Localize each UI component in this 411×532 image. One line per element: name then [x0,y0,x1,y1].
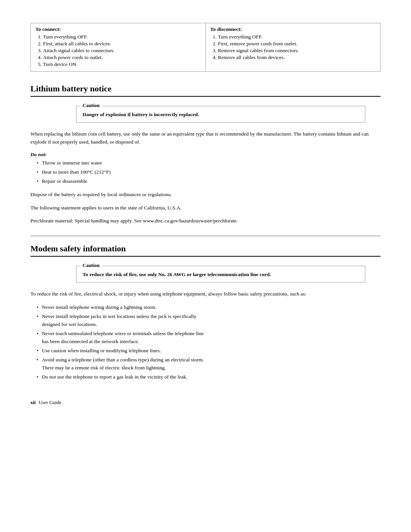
modem-bullet-5: Avoid using a telephone (other than a co… [37,356,381,372]
disconnect-header: To disconnect: [210,26,376,34]
california-para: The following statement applies to users… [30,204,381,212]
connection-table: To connect: Turn everything OFF. First, … [30,23,381,72]
modem-bullet-3: Never touch uninsulated telephone wires … [37,330,381,346]
lithium-body-para: When replacing the lithium coin cell bat… [30,130,381,146]
do-not-item-3: Repair or disassemble [37,177,381,185]
disconnect-item-4: Remove all cables from devices. [218,54,376,61]
lithium-caution-box: Caution Danger of explosion if battery i… [76,106,365,123]
section-divider-modem [30,236,381,236]
do-not-list: Throw or immerse into water Heat to more… [37,159,381,185]
connect-item-1: Turn everything OFF. [43,34,201,40]
modem-bullet-4: Use caution when installing or modifying… [37,347,381,355]
do-not-item-2: Heat to more than 100°C (212°F) [37,168,381,176]
do-not-item-1: Throw or immerse into water [37,159,381,167]
connect-item-2: First, attach all cables to devices. [43,41,201,47]
lithium-caution-text: Danger of explosion if battery is incorr… [83,112,359,118]
connect-item-5: Turn device ON. [43,61,201,67]
disconnect-item-3: Remove signal cables from connectors. [218,48,376,54]
disconnect-item-2: First, remove power cords from outlet. [218,41,376,47]
modem-section-heading: Modem safety information [30,244,381,257]
dispose-para: Dispose of the battery as required by lo… [30,191,381,199]
modem-caution-text: To reduce the risk of fire, use only No.… [83,272,359,278]
modem-bullet-6: Do not use the telephone to report a gas… [37,373,381,381]
modem-bullet-2: Never install telephone jacks in wet loc… [37,313,381,329]
page-footer: xii User Guide [30,399,381,406]
guide-label: User Guide [39,399,62,406]
lithium-caution-label: Caution [80,102,102,109]
connect-header: To connect: [35,26,201,34]
connect-item-3: Attach signal cables to connectors. [43,48,201,54]
modem-intro-para: To reduce the risk of fire, electrical s… [30,290,381,298]
do-not-label: Do not: [30,152,381,158]
connect-item-4: Attach power cords to outlet. [43,54,201,61]
modem-caution-label: Caution [80,262,102,268]
connect-list: Turn everything OFF. First, attach all c… [41,34,201,67]
modem-bullet-1: Never install telephone wiring during a … [37,304,381,312]
lithium-section-heading: Lithium battery notice [30,84,381,97]
modem-caution-box: Caution To reduce the risk of fire, use … [76,266,365,283]
perchlorate-para: Perchlorate material: Special handling m… [30,217,381,225]
disconnect-item-1: Turn everything OFF. [218,34,376,40]
disconnect-list: Turn everything OFF. First, remove power… [217,34,376,61]
page-number: xii [30,399,36,406]
modem-bullet-list: Never install telephone wiring during a … [37,304,381,381]
